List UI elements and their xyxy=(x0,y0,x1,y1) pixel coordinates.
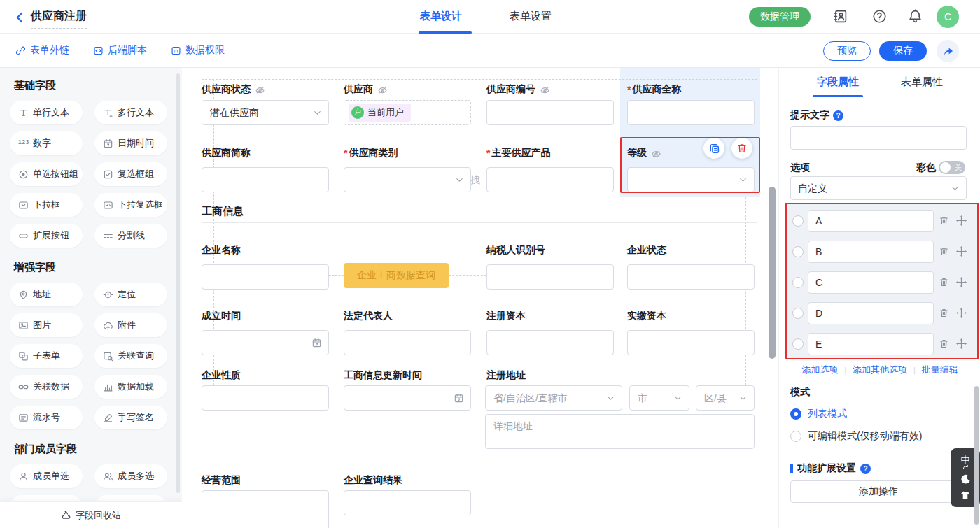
sidebar-field-item[interactable]: 下拉复选框 xyxy=(94,193,167,217)
canvas-field[interactable]: 实缴资本 xyxy=(627,311,755,322)
field-input[interactable] xyxy=(486,330,614,355)
field-input[interactable] xyxy=(202,167,329,192)
sidebar-field-item[interactable]: 扩展按钮 xyxy=(10,224,83,248)
dark-mode-icon[interactable] xyxy=(960,473,972,485)
sidebar-field-item[interactable]: 图片 xyxy=(10,313,83,337)
data-manage-button[interactable]: 数据管理 xyxy=(749,7,811,27)
delete-field-button[interactable] xyxy=(732,138,752,159)
drag-option-icon[interactable] xyxy=(956,308,967,319)
sidebar-field-item[interactable]: 成员单选 xyxy=(10,464,83,488)
tab-form-design[interactable]: 表单设计 xyxy=(420,10,462,23)
toolbar-link[interactable]: 表单外链 xyxy=(15,44,69,57)
canvas-field[interactable]: *供应商类别 xyxy=(344,148,471,159)
color-toggle[interactable]: 关 xyxy=(939,161,965,174)
field-input[interactable] xyxy=(627,330,755,355)
canvas-field[interactable]: 企业名称 xyxy=(202,245,329,256)
sidebar-field-item[interactable]: 单行文本 xyxy=(10,101,83,124)
toolbar-link[interactable]: 后端脚本 xyxy=(93,44,147,57)
sidebar-field-item[interactable]: 日期时间 xyxy=(94,131,167,155)
sidebar-field-item[interactable]: 单选按钮组 xyxy=(10,162,83,186)
drag-option-icon[interactable] xyxy=(956,246,967,257)
field-textarea[interactable] xyxy=(202,490,329,528)
option-action-link[interactable]: 添加选项 xyxy=(802,364,838,376)
sidebar-field-item[interactable]: 手写签名 xyxy=(94,406,167,429)
option-action-link[interactable]: 批量编辑 xyxy=(922,364,958,376)
sidebar-field-item[interactable]: 下拉框 xyxy=(10,193,83,217)
save-button[interactable]: 保存 xyxy=(879,41,927,61)
business-data-query-button[interactable]: 企业工商数据查询 xyxy=(344,263,449,288)
sidebar-field-item[interactable]: 123数字 xyxy=(10,131,83,155)
address-detail-textarea[interactable]: 详细地址 xyxy=(485,414,755,449)
tab-form-properties[interactable]: 表单属性 xyxy=(901,76,943,89)
mode-radio-option[interactable]: 列表模式 xyxy=(790,408,847,420)
sidebar-field-item[interactable]: 数据加载 xyxy=(94,375,167,399)
option-radio[interactable] xyxy=(792,215,804,227)
address-book-icon[interactable] xyxy=(833,9,848,24)
sidebar-field-item[interactable]: 复选框组 xyxy=(94,162,167,186)
canvas-field[interactable]: 供应商户当前用户 xyxy=(344,84,471,95)
sidebar-field-item[interactable]: 成员多选 xyxy=(94,464,167,488)
canvas-field[interactable]: 工商信息更新时间 xyxy=(344,370,471,381)
address-province-select[interactable]: 省/自治区/直辖市 xyxy=(485,385,622,411)
delete-option-icon[interactable] xyxy=(939,308,950,319)
language-toggle-icon[interactable]: 中 xyxy=(961,455,970,470)
back-button[interactable] xyxy=(13,10,27,24)
canvas-field[interactable]: 经营范围 xyxy=(202,475,329,486)
delete-option-icon[interactable] xyxy=(939,215,950,227)
field-input[interactable] xyxy=(486,100,614,125)
drag-option-icon[interactable] xyxy=(956,338,967,350)
question-badge-icon[interactable]: ? xyxy=(833,110,844,121)
canvas-field[interactable]: 供应商简称 xyxy=(202,148,329,159)
tab-form-settings[interactable]: 表单设置 xyxy=(510,10,552,23)
copy-field-button[interactable] xyxy=(704,138,724,159)
canvas-field[interactable]: 企业性质 xyxy=(202,370,329,381)
option-action-link[interactable]: 添加其他选项 xyxy=(853,364,907,376)
theme-skin-icon[interactable] xyxy=(960,490,971,501)
preview-button[interactable]: 预览 xyxy=(823,41,871,61)
delete-option-icon[interactable] xyxy=(939,277,950,288)
canvas-scrollbar[interactable] xyxy=(769,187,776,359)
page-scrollbar[interactable] xyxy=(974,386,979,525)
option-source-select[interactable]: 自定义 xyxy=(790,176,967,200)
sidebar-field-item[interactable]: 分割线 xyxy=(94,224,167,248)
option-value-input[interactable] xyxy=(808,210,934,232)
canvas-field[interactable]: 法定代表人 xyxy=(344,311,471,322)
hint-text-input[interactable] xyxy=(790,126,967,150)
canvas-field[interactable]: 供应商编号 xyxy=(486,84,614,95)
delete-option-icon[interactable] xyxy=(939,246,950,257)
field-input[interactable] xyxy=(486,167,614,192)
canvas-field[interactable]: 供应商状态潜在供应商 xyxy=(202,84,329,95)
sidebar-field-item[interactable]: 关联查询 xyxy=(94,344,167,368)
field-input[interactable] xyxy=(627,100,755,125)
field-input[interactable] xyxy=(486,264,614,290)
sidebar-field-item[interactable]: 附件 xyxy=(94,313,167,337)
user-avatar[interactable]: C xyxy=(937,6,959,28)
field-user-box[interactable]: 户当前用户 xyxy=(344,100,471,125)
option-value-input[interactable] xyxy=(808,302,934,324)
field-date-input[interactable] xyxy=(202,330,329,355)
sidebar-field-item[interactable]: 子表单 xyxy=(10,344,83,368)
field-input[interactable] xyxy=(344,490,471,515)
drag-option-icon[interactable] xyxy=(956,277,967,288)
sidebar-field-item[interactable]: 关联数据 xyxy=(10,375,83,399)
question-badge-icon[interactable]: ? xyxy=(860,464,871,474)
sidebar-field-item[interactable]: 地址 xyxy=(10,283,83,306)
canvas-field[interactable]: 企业查询结果 xyxy=(344,475,471,486)
field-recycle-bin[interactable]: 字段回收站 xyxy=(0,501,182,528)
canvas-field[interactable]: 企业状态 xyxy=(627,245,755,256)
current-user-chip[interactable]: 户当前用户 xyxy=(349,104,411,122)
canvas-field[interactable]: 成立时间 xyxy=(202,311,329,322)
tab-field-properties[interactable]: 字段属性 xyxy=(817,76,859,89)
add-operation-button[interactable]: 添加操作 xyxy=(790,480,967,503)
help-icon[interactable] xyxy=(872,9,888,24)
option-radio[interactable] xyxy=(792,338,804,350)
drag-option-icon[interactable] xyxy=(956,215,967,227)
notification-bell-icon[interactable] xyxy=(908,9,923,24)
share-button[interactable] xyxy=(937,40,959,62)
toolbar-link[interactable]: 数据权限 xyxy=(171,44,225,57)
option-radio[interactable] xyxy=(792,277,804,288)
sidebar-field-item[interactable]: 流水号 xyxy=(10,406,83,429)
option-value-input[interactable] xyxy=(808,241,934,263)
address-district-select[interactable]: 区/县 xyxy=(696,385,755,411)
field-input[interactable] xyxy=(202,264,329,290)
